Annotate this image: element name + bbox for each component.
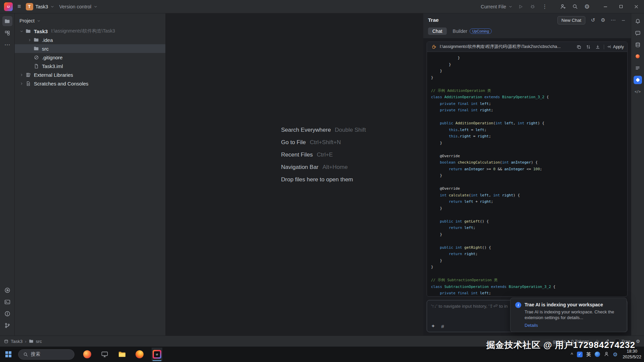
tray-people-icon[interactable] (604, 351, 609, 358)
prompt-sparkle-icon[interactable]: ✦ (431, 323, 435, 329)
search-icon (23, 352, 28, 357)
code-file-path[interactable]: I:\assignments\软件构造\程序源代码\源程序\Task2\src\… (440, 44, 573, 50)
status-settings-gear-icon[interactable]: ⚙ (636, 339, 640, 344)
trae-settings-gear-icon[interactable]: ⚙ (599, 16, 607, 24)
tree-item-idea-folder[interactable]: .idea (15, 36, 165, 44)
database-icon[interactable] (633, 40, 643, 50)
editor-area: Search EverywhereDouble Shift Go to File… (166, 13, 423, 336)
copy-code-icon[interactable] (576, 44, 582, 50)
tree-item-label: Scratches and Consoles (34, 81, 89, 86)
taskbar-file-explorer-icon[interactable] (117, 348, 127, 361)
tree-item-project-root[interactable]: Task3 I:\assignments\软件构造\Task3 (15, 27, 165, 36)
project-tool-window-icon[interactable] (2, 16, 12, 26)
chevron-down-icon (50, 5, 54, 9)
project-panel-header[interactable]: Project (15, 15, 165, 27)
window-close-button[interactable] (629, 0, 644, 13)
taskbar-app-colorful-icon[interactable] (82, 348, 93, 361)
notification-details-link[interactable]: Details (525, 323, 622, 328)
diff-code-icon[interactable] (585, 44, 592, 50)
tray-chevron-up-icon[interactable]: ^ (571, 352, 573, 357)
tree-item-external-libraries[interactable]: External Libraries (15, 70, 165, 79)
run-configuration-selector[interactable]: Current File (481, 4, 513, 9)
run-tool-window-icon[interactable] (2, 285, 12, 295)
folder-icon (33, 46, 40, 51)
tree-item-gitignore[interactable]: .gitignore (15, 53, 165, 62)
trae-logo-icon (634, 76, 642, 84)
main-menu-hamburger-icon[interactable]: ≡ (17, 3, 21, 10)
window-maximize-button[interactable] (613, 0, 629, 13)
hint-label: Recent Files (281, 152, 313, 158)
tree-item-path: I:\assignments\软件构造\Task3 (51, 28, 115, 34)
breadcrumb-item-project[interactable]: Task3 (11, 339, 22, 344)
info-icon: i (515, 302, 521, 308)
trae-minimize-icon[interactable] (619, 16, 628, 24)
taskbar-search-box[interactable]: 搜索 (18, 349, 74, 360)
trae-panel-header: Trae New Chat ↺ ⚙ ⋯ (423, 13, 631, 27)
apply-icon (607, 45, 611, 49)
chevron-down-icon (508, 5, 513, 9)
intellij-logo-icon: IJ (153, 350, 161, 359)
chevron-right-icon[interactable] (26, 38, 33, 42)
hint-label: Go to File (281, 139, 306, 145)
intellij-logo-icon[interactable]: IJ (4, 2, 13, 11)
ai-assistant-icon[interactable] (633, 28, 643, 38)
vcs-widget[interactable]: Version control (59, 4, 98, 9)
new-chat-button[interactable]: New Chat (557, 16, 585, 24)
chevron-down-icon[interactable] (18, 29, 25, 33)
ime-language-indicator[interactable]: 英 (586, 351, 591, 358)
tree-item-src-folder[interactable]: src (15, 44, 165, 53)
code-tag-icon[interactable]: </> (633, 86, 643, 97)
start-button[interactable] (0, 347, 17, 362)
code-with-me-icon[interactable] (557, 2, 569, 12)
settings-gear-icon[interactable]: ⚙ (581, 2, 593, 12)
window-minimize-button[interactable] (598, 0, 613, 13)
folder-icon (25, 28, 32, 34)
chevron-right-icon[interactable] (18, 82, 25, 85)
breadcrumb-separator: › (25, 339, 26, 344)
structure-tool-window-icon[interactable] (2, 28, 12, 38)
hint-label: Navigation Bar (281, 164, 319, 170)
taskbar-intellij-icon[interactable]: IJ (152, 348, 162, 361)
ime-status-icon[interactable]: ✓ (577, 352, 583, 357)
tray-settings-gear-icon[interactable]: ⚙ (613, 351, 618, 358)
hint-row: Drop files here to open them (281, 176, 366, 183)
tree-item-label: Task3.iml (42, 63, 63, 69)
debug-icon[interactable] (527, 2, 539, 12)
git-branch-icon[interactable] (2, 320, 12, 330)
tab-chat[interactable]: Chat (428, 27, 447, 35)
plugin-orange-icon[interactable] (633, 51, 643, 61)
terminal-tool-window-icon[interactable] (2, 297, 12, 307)
problems-tool-window-icon[interactable] (2, 309, 12, 319)
tab-builder[interactable]: Builder UpComing (453, 28, 492, 34)
todo-lines-icon[interactable] (633, 63, 643, 73)
ignored-file-icon (33, 55, 40, 60)
hint-row: Recent FilesCtrl+E (281, 152, 366, 158)
project-name: Task3 (36, 4, 48, 9)
insert-code-icon[interactable] (594, 44, 601, 50)
breadcrumb-item-src[interactable]: src (36, 339, 42, 344)
tree-item-module-file[interactable]: Task3.iml (15, 62, 165, 70)
taskbar-app-monitor-icon[interactable] (99, 348, 110, 361)
code-card-header: I:\assignments\软件构造\程序源代码\源程序\Task2\src\… (427, 42, 627, 52)
tree-item-label: src (42, 46, 49, 52)
notifications-bell-icon[interactable] (633, 16, 643, 26)
ide-title-bar: IJ ≡ T Task3 Version control Current Fil… (0, 0, 644, 13)
module-icon (4, 339, 8, 344)
more-actions-kebab-icon[interactable]: ⋮ (539, 2, 551, 12)
trae-more-icon[interactable]: ⋯ (609, 16, 618, 24)
more-tool-windows-icon[interactable]: ⋯ (2, 40, 12, 50)
chevron-right-icon[interactable] (18, 73, 25, 77)
tree-item-scratches[interactable]: Scratches and Consoles (15, 79, 165, 88)
vcs-label: Version control (59, 4, 91, 9)
trae-tool-window-icon[interactable] (633, 75, 643, 85)
project-selector[interactable]: T Task3 (26, 3, 55, 10)
search-icon[interactable] (569, 2, 581, 12)
chat-history-icon[interactable]: ↺ (589, 16, 597, 24)
apply-code-button[interactable]: Apply (607, 44, 624, 49)
file-icon (33, 64, 40, 69)
taskbar-firefox-icon[interactable] (134, 348, 145, 361)
code-block[interactable]: } } }} // 示例 AdditionOperation 类class Ad… (427, 52, 627, 296)
context-hash-icon[interactable]: # (441, 323, 444, 329)
tray-app-blue-icon[interactable] (595, 352, 600, 357)
run-button[interactable] (515, 2, 527, 12)
